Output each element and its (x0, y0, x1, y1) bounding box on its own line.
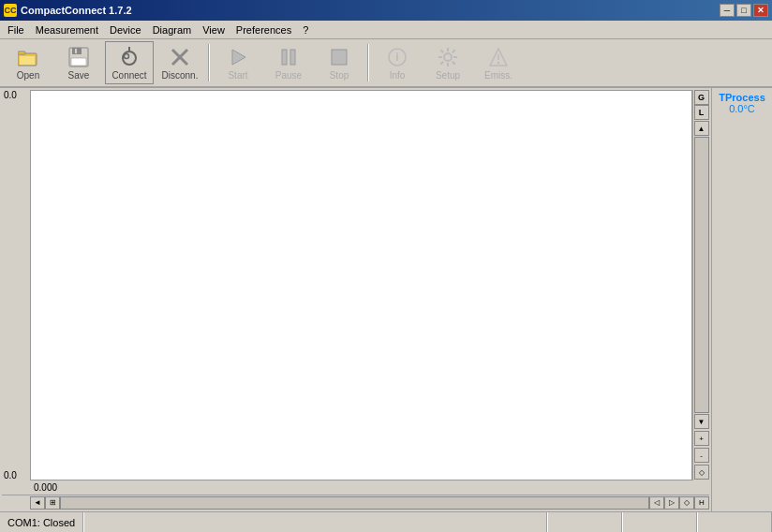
chart-area: 0.0 0.0 G L ▲ ▼ + - ◇ (2, 90, 709, 480)
status-com-text: COM1: Closed (7, 517, 75, 528)
legend-item-tprocess: TProcess 0.0°C (716, 92, 768, 114)
open-label: Open (17, 70, 39, 81)
svg-rect-14 (290, 50, 295, 65)
emiss-label: Emiss. (484, 70, 512, 81)
legend-value-tprocess: 0.0°C (729, 103, 755, 114)
disconnect-label: Disconn. (162, 70, 199, 81)
status-3 (547, 512, 622, 532)
menu-preferences[interactable]: Preferences (230, 22, 297, 37)
emiss-button[interactable]: Emiss. (474, 41, 523, 84)
menu-device[interactable]: Device (104, 22, 147, 37)
setup-button[interactable]: Setup (423, 41, 472, 84)
chart-container: 0.0 0.0 G L ▲ ▼ + - ◇ 0.000 ◄ (0, 88, 711, 511)
title-text: CompactConnect 1.7.2 (21, 5, 132, 16)
emiss-icon (487, 46, 510, 68)
y-axis-bottom: 0.0 (4, 470, 28, 480)
menu-bar: File Measurement Device Diagram View Pre… (0, 21, 772, 39)
menu-file[interactable]: File (2, 22, 30, 37)
svg-rect-13 (282, 50, 287, 65)
start-button[interactable]: Start (214, 41, 262, 84)
svg-text:i: i (395, 51, 398, 64)
scroll-down-button[interactable]: ▼ (694, 414, 709, 429)
pause-icon (277, 46, 300, 68)
disconnect-icon (169, 46, 191, 68)
h-label-button[interactable]: H (694, 496, 709, 510)
minimize-button[interactable]: ─ (720, 4, 735, 17)
status-2 (83, 512, 547, 532)
stop-label: Stop (330, 70, 349, 81)
toolbar-separator-1 (208, 44, 210, 81)
zoom-minus-button[interactable]: - (694, 448, 709, 463)
start-icon (227, 46, 249, 68)
svg-rect-6 (75, 49, 77, 53)
title-bar: CC CompactConnect 1.7.2 ─ □ ✕ (0, 0, 772, 21)
setup-icon (437, 46, 459, 68)
svg-rect-2 (20, 56, 35, 65)
close-button[interactable]: ✕ (753, 4, 768, 17)
x-axis-area: 0.000 (2, 480, 709, 495)
title-bar-left: CC CompactConnect 1.7.2 (4, 4, 132, 17)
svg-marker-12 (232, 50, 245, 65)
start-label: Start (228, 70, 247, 81)
right-panel: TProcess 0.0°C (711, 88, 772, 511)
connect-button[interactable]: Connect (105, 41, 154, 84)
x-axis-start: 0.000 (30, 480, 61, 495)
info-label: Info (390, 70, 406, 81)
zoom-plus-button[interactable]: + (694, 431, 709, 446)
svg-rect-5 (71, 58, 86, 66)
scroll-track-vertical[interactable] (694, 137, 709, 413)
menu-view[interactable]: View (197, 22, 230, 37)
diamond-h-button[interactable]: ◇ (679, 496, 694, 510)
legend-label-tprocess: TProcess (719, 92, 765, 103)
svg-rect-15 (332, 50, 347, 65)
disconnect-button[interactable]: Disconn. (156, 41, 204, 84)
pause-label: Pause (275, 70, 302, 81)
status-5 (697, 512, 772, 532)
status-bar: COM1: Closed (0, 511, 772, 532)
open-button[interactable]: Open (4, 41, 52, 84)
menu-help[interactable]: ? (297, 22, 314, 37)
main-area: 0.0 0.0 G L ▲ ▼ + - ◇ 0.000 ◄ (0, 88, 772, 511)
svg-point-21 (497, 61, 499, 63)
chart-plot (30, 90, 692, 480)
svg-point-9 (125, 53, 129, 58)
svg-rect-1 (18, 52, 25, 54)
save-icon (67, 46, 90, 68)
save-button[interactable]: Save (54, 41, 103, 84)
pause-button[interactable]: Pause (264, 41, 313, 84)
info-icon: i (386, 46, 408, 68)
g-label[interactable]: G (694, 90, 709, 105)
stop-icon (328, 46, 350, 68)
connect-label: Connect (111, 70, 146, 81)
grid-button[interactable]: ⊞ (45, 496, 60, 510)
scroll-up-button[interactable]: ▲ (694, 121, 709, 136)
stop-button[interactable]: Stop (315, 41, 364, 84)
open-icon (17, 46, 39, 68)
setup-label: Setup (436, 70, 460, 81)
svg-point-18 (444, 53, 452, 61)
menu-diagram[interactable]: Diagram (147, 22, 198, 37)
l-label[interactable]: L (694, 105, 709, 120)
restore-button[interactable]: □ (736, 4, 751, 17)
info-button[interactable]: i Info (373, 41, 422, 84)
scroll-left-small-button[interactable]: ◁ (649, 496, 664, 510)
save-label: Save (68, 70, 90, 81)
connect-icon (118, 46, 141, 68)
title-buttons: ─ □ ✕ (720, 4, 768, 17)
status-4 (622, 512, 697, 532)
menu-measurement[interactable]: Measurement (30, 22, 104, 37)
diamond-button[interactable]: ◇ (694, 465, 709, 480)
scroll-left-button[interactable]: ◄ (30, 496, 45, 510)
y-axis-top: 0.0 (4, 90, 28, 100)
scroll-right-small-button[interactable]: ▷ (664, 496, 679, 510)
bottom-scrollbar: ◄ ⊞ ◁ ▷ ◇ H (2, 495, 709, 510)
toolbar: Open Save Connect (0, 39, 772, 88)
right-scrollbar: G L ▲ ▼ + - ◇ (692, 90, 709, 480)
scroll-track-horizontal[interactable] (60, 496, 649, 510)
toolbar-separator-2 (367, 44, 369, 81)
status-com: COM1: Closed (0, 512, 83, 532)
app-icon: CC (4, 4, 17, 17)
y-axis: 0.0 0.0 (2, 90, 30, 480)
